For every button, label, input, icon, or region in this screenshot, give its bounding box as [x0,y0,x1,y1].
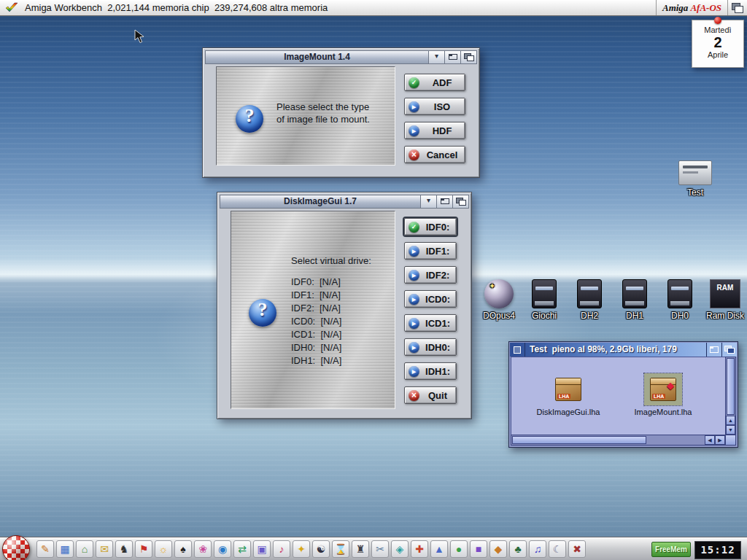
test-window-titlebar[interactable]: Test pieno al 98%, 2.9Gb liberi, 179 [510,343,737,357]
drive-button[interactable]: ICD1: [404,314,457,332]
amiga-brand-label: Amiga [662,2,688,14]
vertical-scrollbar[interactable]: ▲ ▼ [725,357,736,435]
zoom-gadget-icon[interactable] [444,51,460,63]
depth-gadget-icon[interactable] [721,343,737,357]
button-label: ICD0: [423,294,452,305]
message-line: of image file to mount. [276,113,370,125]
desktop-icon-row: DOpus4 Giochi DH2 DH1 DH0 RAM R [478,279,746,321]
button-state-icon [409,294,419,305]
button-state-icon [409,77,419,88]
taskbar-icon[interactable]: ☼ [155,540,172,558]
taskbar-icon[interactable]: ◈ [391,540,409,558]
taskbar-icon[interactable]: ♪ [273,540,290,558]
boing-ball-icon[interactable] [2,535,30,560]
diskimagegui-window: DiskImageGui 1.7 Select virtual drive: I… [217,192,472,419]
desktop-icon[interactable]: Giochi [523,279,565,321]
drive-button[interactable]: ICD0: [404,290,457,308]
drive-button[interactable]: Quit [404,386,457,404]
button-label: IDF1: [423,246,452,257]
taskbar-icon[interactable]: ⚑ [135,540,152,558]
taskbar-icon[interactable]: ✉ [96,540,113,558]
drive-button[interactable]: IDF2: [404,266,457,284]
imagemount-titlebar[interactable]: ImageMount 1.4 [205,50,477,64]
taskbar-icon-glyph: ♠ [180,543,185,555]
taskbar-icon[interactable]: ⌛ [332,540,349,558]
scroll-left-icon[interactable]: ◀ [705,435,715,445]
taskbar-icon[interactable]: ▲ [430,540,448,558]
depth-gadget-icon[interactable] [452,195,468,208]
button-state-icon [409,125,419,136]
taskbar-icon[interactable]: ⇄ [233,540,251,558]
imagemount-button[interactable]: ADF [404,74,465,91]
screen-depth-gadget-icon[interactable] [727,0,747,15]
taskbar-icon[interactable]: ♠ [174,540,192,558]
scroll-right-icon[interactable]: ▶ [715,435,725,445]
zoom-gadget-icon[interactable] [436,195,452,208]
scroll-down-icon[interactable]: ▼ [726,425,735,435]
taskbar-icon[interactable]: ♣ [509,540,527,558]
drive-button[interactable]: IDH1: [404,362,457,380]
taskbar-icon[interactable]: ✎ [36,540,54,558]
taskbar-icon[interactable]: ❀ [194,540,212,558]
depth-gadget-icon[interactable] [460,51,476,63]
icon-label: Ram Disk [704,311,746,321]
desktop-icon[interactable]: DH0 [659,279,701,321]
taskbar-icon[interactable]: ■ [470,540,487,558]
volume-icon [667,279,692,308]
file-icon-box: LHA ◆ [644,373,682,405]
taskbar-icon[interactable]: ◉ [214,540,231,558]
desktop-background: Amiga Workbench 2,021,144 memoria chip 2… [0,0,747,560]
file-icon-item[interactable]: LHA ◆ ImageMount.lha [628,373,698,416]
menubar-right: Amiga AfA-OS [656,0,747,15]
ram-chip-label [533,280,556,284]
taskbar-icon[interactable]: ♜ [352,540,369,558]
desktop-icon[interactable]: RAM Ram Disk [704,279,746,321]
taskbar-icon[interactable]: ⌂ [76,540,93,558]
imagemount-button[interactable]: Cancel [404,146,465,163]
taskbar-icon[interactable]: ▣ [253,540,271,558]
close-gadget-icon[interactable] [510,343,525,357]
resize-gadget[interactable] [725,435,736,446]
taskbar-icon[interactable]: ✦ [293,540,310,558]
taskbar-icon[interactable]: ✚ [411,540,428,558]
taskbar-icon[interactable]: ● [450,540,468,558]
iconify-gadget-icon[interactable] [428,51,444,63]
calendar-weekday: Martedì [692,26,743,34]
taskbar-icon[interactable]: ♞ [115,540,133,558]
desktop-icon[interactable]: DOpus4 [478,279,520,321]
iconify-gadget-icon[interactable] [420,195,436,208]
desktop-icon-test[interactable]: Test [672,160,719,198]
taskbar-icon[interactable]: ✖ [568,540,586,558]
zoom-gadget-icon[interactable] [706,343,721,357]
imagemount-button[interactable]: HDF [404,122,465,139]
drive-button[interactable]: IDH0: [404,338,457,356]
disk-drive-icon [678,160,712,185]
taskbar-icon-glyph: ♞ [120,543,129,555]
taskbar-icon[interactable]: ☾ [549,540,566,558]
horizontal-scroll-thumb[interactable] [512,436,646,444]
calendar-widget: Martedì 2 Aprile [692,20,744,68]
freemem-button[interactable]: FreeMem [651,542,691,557]
desktop-icon[interactable]: DH2 [568,279,611,321]
horizontal-scrollbar[interactable]: ◀ ▶ [511,435,726,446]
taskbar-icon[interactable]: ✂ [371,540,389,558]
drive-select-prompt: Select virtual drive: [291,255,371,266]
button-label: Cancel [423,149,461,160]
scroll-up-icon[interactable]: ▲ [726,416,735,425]
ram-chip-label [484,279,514,283]
taskbar-icon[interactable]: ◆ [489,540,507,558]
file-icon-item[interactable]: LHA ◆ DiskImageGui.lha [533,373,603,416]
imagemount-button[interactable]: ISO [404,98,465,115]
taskbar-icon[interactable]: ☯ [312,540,330,558]
taskbar-icon-glyph: ▦ [60,543,69,555]
taskbar-icon[interactable]: ♫ [529,540,546,558]
diskimagegui-titlebar[interactable]: DiskImageGui 1.7 [220,195,469,209]
desktop-icon[interactable]: DH1 [614,279,656,321]
drive-button[interactable]: IDF1: [404,242,457,260]
taskbar-icons: ✎ ▦ ⌂ ✉ ♞ ⚑ ☼ ♠ ❀ ◉ ⇄ ▣ [36,540,586,558]
workbench-menubar[interactable]: Amiga Workbench 2,021,144 memoria chip 2… [0,0,747,16]
drive-button[interactable]: IDF0: [404,218,457,236]
vertical-scroll-thumb[interactable] [727,358,735,415]
taskbar-icon[interactable]: ▦ [56,540,74,558]
button-label: HDF [423,125,461,136]
